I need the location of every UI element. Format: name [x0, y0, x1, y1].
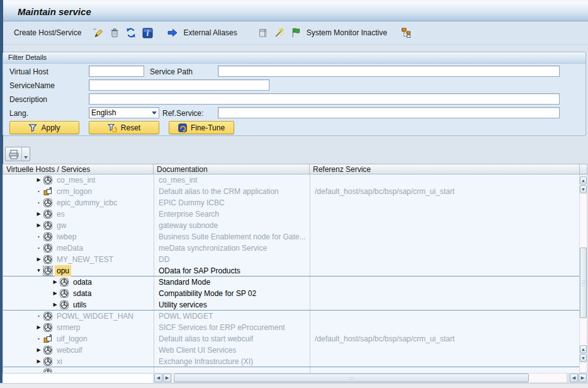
delete-icon[interactable] — [107, 26, 122, 40]
language-select[interactable]: English — [89, 107, 159, 118]
service-name[interactable]: uif_logon — [55, 333, 89, 345]
virtual-host-input[interactable] — [89, 66, 144, 77]
expand-node-icon[interactable]: ▶ — [35, 174, 43, 186]
leaf-bullet-icon: • — [35, 231, 43, 243]
printer-icon[interactable] — [6, 147, 22, 161]
expand-node-icon[interactable]: ▶ — [35, 220, 43, 231]
table-row[interactable]: ▶ utilsUtility services — [3, 299, 579, 311]
wizard-icon[interactable] — [272, 26, 287, 40]
table-row[interactable]: • crm_logonDefault alias to the CRM appl… — [3, 186, 579, 197]
service-name[interactable]: srmerp — [55, 322, 82, 333]
service-name[interactable]: webcuif — [55, 345, 84, 356]
create-host-service-button[interactable]: Create Host/Service — [11, 27, 84, 38]
tree-cell: • epic_dummy_icbc — [3, 197, 154, 208]
scroll-left-end-icon[interactable]: ◀ — [570, 374, 578, 382]
apply-button[interactable]: Apply — [9, 121, 79, 134]
documentation-cell: EPIC Dummy ICBC — [156, 197, 310, 208]
service-icon — [60, 278, 69, 287]
print-button[interactable] — [5, 147, 30, 161]
referenz-service-cell — [312, 220, 577, 231]
dropdown-arrow-icon[interactable] — [150, 108, 159, 118]
service-name[interactable]: es — [55, 208, 67, 220]
service-name[interactable]: MY_NEW_TEST — [55, 254, 115, 265]
arrow-right-icon[interactable] — [165, 26, 180, 40]
services-table: Virtuelle Hosts / Services Documentation… — [3, 164, 587, 383]
table-row[interactable]: • epic_dummy_icbcEPIC Dummy ICBC — [3, 197, 579, 208]
column-header-hosts[interactable]: Virtuelle Hosts / Services — [3, 164, 153, 174]
hierarchy-icon[interactable] — [399, 26, 414, 40]
service-name[interactable]: epic_dummy_icbc — [55, 197, 119, 208]
scroll-right-end-icon[interactable]: ▶ — [579, 374, 587, 382]
service-name[interactable]: sdata — [71, 288, 93, 299]
vertical-scrollbar: ▲ ▼ :::::: ▲ ▼ — [579, 174, 587, 373]
table-row[interactable]: ▶ sdataCompatibility Mode for SP 02 — [3, 288, 579, 299]
edit-icon[interactable] — [91, 26, 106, 40]
table-row[interactable] — [3, 367, 579, 372]
table-row[interactable]: ▼ opuOData for SAP Products — [3, 265, 579, 277]
table-row[interactable]: ▶ srmerpSICF Services for ERP eProcureme… — [3, 322, 579, 333]
services-box-icon[interactable] — [256, 26, 271, 40]
external-aliases-button[interactable]: External Aliases — [181, 27, 239, 38]
expand-node-icon[interactable]: ▶ — [51, 277, 59, 288]
documentation-cell — [156, 367, 310, 372]
table-row[interactable]: ▶ odataStandard Mode — [3, 277, 579, 288]
expand-node-icon[interactable]: ▶ — [35, 356, 43, 367]
table-row[interactable]: ▶ gwgateway subnode — [3, 220, 579, 231]
print-dropdown-arrow-icon[interactable] — [22, 147, 30, 161]
flag-icon[interactable] — [288, 26, 303, 40]
lang-label: Lang. — [9, 109, 28, 118]
fine-tune-button[interactable]: Fine-Tune — [169, 121, 234, 134]
table-row[interactable]: • meDatameData synchronization Service — [3, 243, 579, 254]
table-row[interactable]: • uif_logonDefault alias to start webcui… — [3, 333, 579, 345]
expand-node-icon[interactable]: ▶ — [51, 299, 59, 311]
system-monitor-button[interactable]: System Monitor Inactive — [304, 27, 390, 38]
service-name[interactable]: xi — [55, 356, 64, 367]
table-row[interactable]: ▶ co_mes_intco_mes_int — [3, 174, 579, 186]
column-header-ref-service[interactable]: Referenz Service — [309, 164, 579, 174]
description-input[interactable] — [89, 93, 560, 105]
table-row[interactable]: ▶ MY_NEW_TESTDD — [3, 254, 579, 265]
horizontal-scroll-thumb[interactable]: :::: — [174, 374, 529, 382]
reset-button[interactable]: Reset — [89, 121, 159, 134]
tree-cell: • iwbep — [3, 231, 154, 243]
service-name[interactable]: opu — [55, 265, 71, 277]
service-icon — [43, 357, 52, 366]
service-name[interactable]: utils — [71, 299, 88, 311]
scroll-page-down-icon[interactable]: ▲ — [580, 345, 587, 353]
referenz-service-cell — [312, 311, 577, 322]
scroll-up-icon[interactable]: ▲ — [580, 176, 587, 185]
service-name[interactable]: POWL_WIDGET_HAN — [55, 311, 135, 322]
collapse-node-icon[interactable]: ▼ — [35, 265, 43, 277]
referenz-service-cell — [312, 254, 577, 265]
info-icon[interactable]: i — [140, 26, 155, 40]
ref-service-input[interactable] — [218, 107, 560, 118]
table-row[interactable]: ▶ xiExchange Infrastructure (XI) — [3, 356, 579, 367]
expand-node-icon[interactable]: ▶ — [35, 208, 43, 220]
service-name[interactable]: co_mes_int — [55, 174, 97, 186]
tree-cell: • meData — [3, 243, 154, 254]
expand-node-icon[interactable]: ▶ — [35, 345, 43, 356]
service-path-input[interactable] — [218, 66, 560, 77]
service-name[interactable]: gw — [55, 220, 68, 231]
service-name-input[interactable] — [89, 79, 269, 91]
scroll-down-icon[interactable]: ▼ — [580, 354, 587, 362]
scroll-left-icon[interactable]: ◀ — [154, 374, 162, 382]
column-header-documentation[interactable]: Documentation — [153, 164, 309, 174]
vertical-scroll-thumb[interactable]: :::::: — [580, 248, 587, 318]
service-name[interactable]: odata — [71, 277, 94, 288]
expand-node-icon[interactable]: ▶ — [35, 254, 43, 265]
service-name[interactable]: crm_logon — [55, 186, 94, 197]
referenz-service-cell — [312, 299, 577, 311]
table-row[interactable]: • POWL_WIDGET_HANPOWL WIDGET — [3, 311, 579, 322]
expand-node-icon[interactable]: ▶ — [51, 288, 59, 299]
expand-node-icon[interactable]: ▶ — [35, 322, 43, 333]
table-row[interactable]: • iwbepBusiness Suite Enablement node fo… — [3, 231, 579, 243]
table-row[interactable]: ▶ webcuifWeb Client UI Services — [3, 345, 579, 356]
table-row[interactable]: ▶ esEnterprise Search — [3, 208, 579, 220]
scroll-right-icon[interactable]: ▶ — [163, 374, 171, 382]
scroll-page-up-icon[interactable]: ▼ — [580, 185, 587, 193]
service-name[interactable]: meData — [55, 243, 85, 254]
tree-cell: ▶ sdata — [3, 288, 154, 299]
refresh-icon[interactable] — [123, 26, 139, 40]
service-name[interactable]: iwbep — [55, 231, 78, 243]
